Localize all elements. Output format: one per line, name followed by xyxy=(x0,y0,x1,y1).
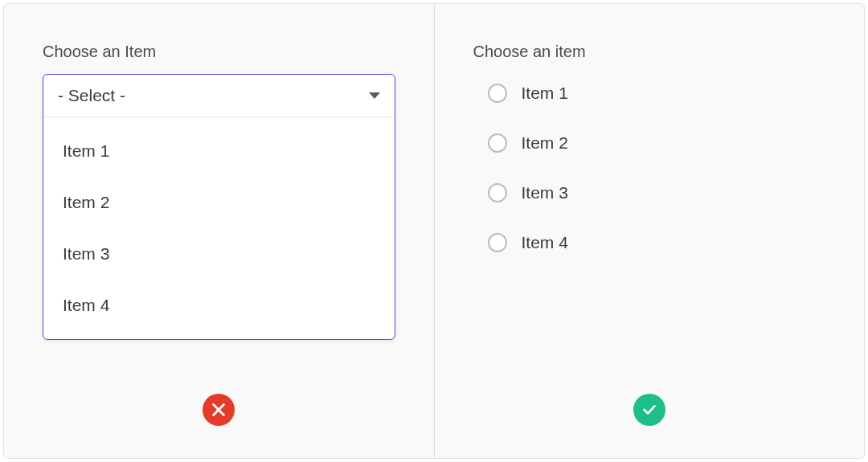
radio-item[interactable]: Item 3 xyxy=(488,183,826,202)
radio-group-label: Choose an item xyxy=(473,43,826,61)
chevron-down-icon xyxy=(369,92,380,99)
radio-label: Item 1 xyxy=(522,84,568,103)
select-box[interactable]: - Select - Item 1 Item 2 Item 3 Item 4 xyxy=(43,74,395,340)
cross-icon xyxy=(203,394,235,426)
radio-item[interactable]: Item 2 xyxy=(488,133,826,153)
select-option[interactable]: Item 2 xyxy=(43,177,395,228)
select-option[interactable]: Item 4 xyxy=(43,280,395,331)
select-header[interactable]: - Select - xyxy=(43,75,395,117)
radio-item[interactable]: Item 1 xyxy=(488,84,826,103)
panel-dropdown-example: Choose an Item - Select - Item 1 Item 2 … xyxy=(4,4,435,458)
select-placeholder: - Select - xyxy=(58,86,125,105)
radio-group: Item 1 Item 2 Item 3 Item 4 xyxy=(473,84,826,252)
select-options-list: Item 1 Item 2 Item 3 Item 4 xyxy=(43,117,395,339)
select-option[interactable]: Item 3 xyxy=(43,228,395,280)
radio-icon xyxy=(488,133,507,153)
radio-label: Item 2 xyxy=(522,133,568,153)
select-option[interactable]: Item 1 xyxy=(43,125,395,177)
radio-icon xyxy=(488,84,507,103)
select-wrapper: - Select - Item 1 Item 2 Item 3 Item 4 xyxy=(43,74,395,340)
radio-item[interactable]: Item 4 xyxy=(488,233,826,252)
radio-label: Item 4 xyxy=(522,233,568,252)
panel-radio-example: Choose an item Item 1 Item 2 Item 3 Item… xyxy=(435,4,865,458)
check-icon xyxy=(633,394,665,426)
radio-label: Item 3 xyxy=(522,183,568,202)
radio-icon xyxy=(488,233,507,252)
comparison-container: Choose an Item - Select - Item 1 Item 2 … xyxy=(3,3,865,459)
select-label: Choose an Item xyxy=(43,43,395,61)
radio-icon xyxy=(488,183,507,202)
